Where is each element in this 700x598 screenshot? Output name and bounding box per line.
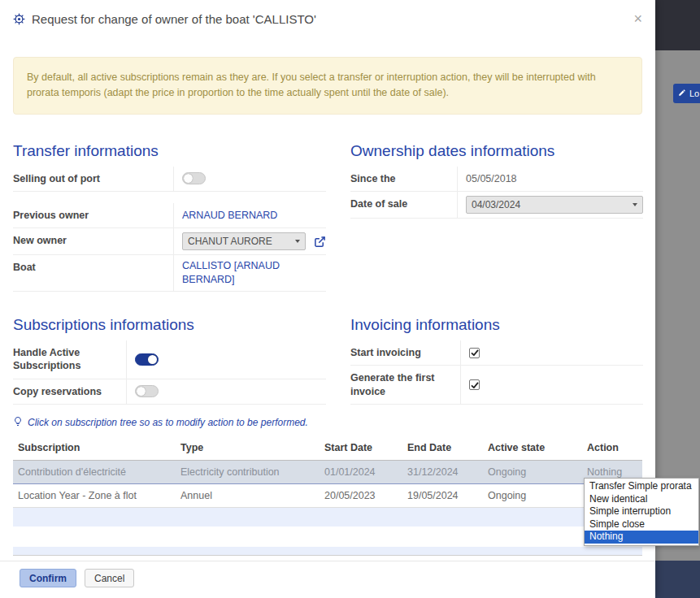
ship-wheel-icon [13,13,25,25]
col-start-date-header: Start Date [320,436,402,461]
hint-text: Click on subscription tree so as to modi… [28,417,308,428]
cell-subscription: Location Year - Zone à flot [13,483,176,507]
background-footer-block [655,561,700,598]
boat-link[interactable]: CALLISTO [ARNAUD BERNARD] [182,259,286,287]
cell-end-date: 31/12/2024 [402,460,483,483]
generate-invoice-checkbox[interactable] [469,379,480,390]
date-of-sale-value: 04/03/2024 [472,199,520,210]
cancel-button[interactable]: Cancel [85,569,134,587]
chevron-down-icon [633,203,637,206]
col-subscription-header: Subscription [13,436,176,461]
start-invoicing-checkbox[interactable] [469,348,480,358]
section-ownership: Ownership dates informations Since the 0… [350,142,643,292]
warning-banner: By default, all active subscriptions rem… [13,57,642,115]
cell-type: Electricity contribution [176,460,320,483]
pencil-icon [678,89,686,98]
handle-active-toggle[interactable] [135,353,159,366]
col-type-header: Type [176,436,320,461]
cell-start-date: 20/05/2023 [320,483,402,507]
dropdown-option[interactable]: New identical [585,493,698,506]
table-row[interactable]: Location Year - Zone à flot Annuel 20/05… [13,483,642,507]
col-end-date-header: End Date [402,436,483,461]
empty-row [13,547,642,555]
screen: Lo Request for change of owner of the bo… [0,0,700,598]
section-transfer: Transfer informations Selling out of por… [13,142,326,292]
dropdown-option[interactable]: Transfer Simple prorata [585,480,698,493]
section-title-ownership: Ownership dates informations [350,142,643,160]
previous-owner-link[interactable]: ARNAUD BERNARD [182,210,277,221]
selling-out-of-port-toggle[interactable] [182,172,206,184]
since-the-row: Since the 05/05/2018 [350,167,643,192]
section-title-transfer: Transfer informations [13,142,326,160]
start-invoicing-row: Start invoicing [350,340,643,366]
copy-reservations-toggle[interactable] [135,385,159,397]
since-the-value: 05/05/2018 [458,167,643,191]
copy-reservations-label: Copy reservations [13,379,127,404]
cell-type: Annuel [176,483,320,507]
modal-body: By default, all active subscriptions rem… [0,37,655,561]
action-dropdown: Transfer Simple prorata New identical Si… [584,478,699,546]
dropdown-option[interactable]: Simple close [585,518,698,531]
close-icon[interactable]: × [633,11,642,26]
new-owner-select[interactable]: CHANUT AURORE [182,232,306,250]
previous-owner-label: Previous owner [13,203,174,228]
lightbulb-icon [13,416,23,429]
modal-title: Request for change of owner of the boat … [32,12,633,26]
new-owner-row: New owner CHANUT AURORE [13,228,326,255]
generate-invoice-label: Generate the first invoice [350,366,461,404]
background-header-block [655,0,700,50]
copy-reservations-row: Copy reservations [13,379,326,405]
owner-group: Previous owner ARNAUD BERNARD New owner … [13,203,326,292]
external-link-icon[interactable] [314,236,326,248]
change-owner-modal: Request for change of owner of the boat … [0,0,655,598]
section-title-subscriptions: Subscriptions informations [13,316,326,334]
selling-out-of-port-row: Selling out of port [13,167,326,192]
cell-end-date: 19/05/2024 [402,483,483,507]
chevron-down-icon [295,240,300,243]
start-invoicing-label: Start invoicing [350,340,461,365]
confirm-button[interactable]: Confirm [20,569,76,587]
empty-row [13,507,642,526]
cell-active-state: Ongoing [483,483,582,507]
dropdown-option-selected[interactable]: Nothing [585,531,698,544]
dropdown-option[interactable]: Simple interruption [585,505,698,518]
cell-active-state: Ongoing [483,460,582,483]
cell-start-date: 01/01/2024 [320,460,402,483]
section-subscriptions: Subscriptions informations Handle Active… [13,316,326,405]
boat-label: Boat [13,255,174,291]
selling-out-of-port-label: Selling out of port [13,167,174,191]
previous-owner-row: Previous owner ARNAUD BERNARD [13,203,326,228]
table-row[interactable]: Contribution d'électricité Electricity c… [13,460,642,483]
section-title-invoicing: Invoicing informations [350,316,643,334]
date-of-sale-input[interactable]: 04/03/2024 [466,196,643,214]
hint: Click on subscription tree so as to modi… [13,416,642,429]
new-owner-label: New owner [13,228,174,254]
form-grid: Transfer informations Selling out of por… [13,142,642,405]
log-button-label: Lo [689,89,699,98]
date-of-sale-label: Date of sale [350,192,458,218]
log-button[interactable]: Lo [673,84,700,103]
since-the-label: Since the [350,167,458,191]
empty-row [13,526,642,547]
modal-footer: Confirm Cancel [0,561,655,598]
col-active-state-header: Active state [483,436,582,461]
table-header-row: Subscription Type Start Date End Date Ac… [13,436,642,461]
handle-active-row: Handle Active Subscriptions [13,340,326,379]
generate-invoice-row: Generate the first invoice [350,366,643,405]
section-invoicing: Invoicing informations Start invoicing G… [350,316,643,405]
col-action-header: Action [582,436,642,461]
cell-subscription: Contribution d'électricité [13,460,176,483]
handle-active-label: Handle Active Subscriptions [13,340,127,379]
new-owner-value: CHANUT AURORE [188,236,272,247]
subscriptions-table: Subscription Type Start Date End Date Ac… [13,436,642,556]
boat-row: Boat CALLISTO [ARNAUD BERNARD] [13,255,326,292]
date-of-sale-row: Date of sale 04/03/2024 [350,192,643,219]
modal-header: Request for change of owner of the boat … [0,0,655,37]
